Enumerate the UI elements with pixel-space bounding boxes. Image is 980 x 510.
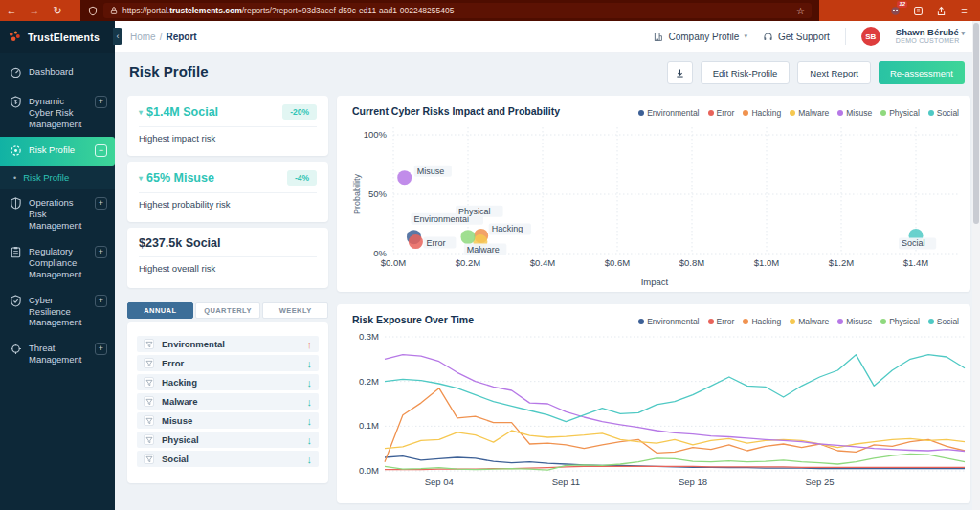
- sidebar-nav: DashboardDynamic Cyber Risk Management+R…: [0, 53, 115, 372]
- risk-row-misuse[interactable]: Misuse↓: [137, 412, 319, 429]
- breadcrumb-home-link[interactable]: Home: [130, 32, 156, 42]
- get-support-button[interactable]: Get Support: [763, 32, 830, 42]
- next-report-button[interactable]: Next Report: [797, 61, 871, 84]
- point-label-error: Error: [426, 238, 445, 248]
- svg-text:Sep 04: Sep 04: [425, 477, 454, 487]
- risk-row-environmental[interactable]: Environmental↑: [137, 336, 319, 352]
- trend-down-icon: ↓: [307, 454, 313, 465]
- expand-icon[interactable]: +: [95, 246, 107, 258]
- expand-icon[interactable]: +: [95, 343, 107, 355]
- filter-funnel-icon[interactable]: [144, 454, 154, 464]
- edit-risk-profile-button[interactable]: Edit Risk-Profile: [701, 61, 791, 84]
- brand-header: TrustElements ‹: [0, 21, 115, 53]
- sidebar-item-regulatory-compliance-management[interactable]: Regulatory Compliance Management+: [0, 238, 115, 287]
- filter-funnel-icon[interactable]: [144, 434, 154, 445]
- filter-funnel-icon[interactable]: [144, 396, 154, 407]
- filter-funnel-icon[interactable]: [144, 377, 154, 388]
- filter-funnel-icon[interactable]: [144, 358, 154, 368]
- app-header: Home / Report Company Profile ▾ Get Supp…: [115, 21, 980, 53]
- svg-text:0.1M: 0.1M: [359, 420, 379, 431]
- sidebar-item-risk-profile[interactable]: Risk Profile−: [0, 137, 115, 166]
- risk-category-label: Hacking: [162, 377, 300, 388]
- user-menu[interactable]: Shawn Bérubé ▾ DEMO CUSTOMER: [896, 28, 965, 46]
- risk-row-malware[interactable]: Malware↓: [137, 393, 319, 410]
- series-line-hacking[interactable]: [385, 388, 965, 462]
- user-role: DEMO CUSTOMER: [896, 37, 965, 45]
- point-label-malware: Malware: [467, 245, 500, 255]
- chevron-down-icon: ▾: [744, 33, 747, 40]
- share-icon[interactable]: [935, 5, 947, 17]
- risk-category-label: Physical: [162, 434, 300, 445]
- divider: [845, 28, 846, 45]
- page-scrollbar[interactable]: [972, 21, 980, 510]
- tab-weekly[interactable]: WEEKLY: [262, 302, 328, 319]
- stat-card-highest-overall-risk: $237.5k SocialHighest overall risk: [127, 228, 328, 288]
- building-icon: [653, 32, 663, 42]
- svg-text:Impact: Impact: [641, 277, 669, 287]
- expand-icon[interactable]: +: [95, 197, 107, 210]
- browser-toolbar: ← → ↻ https://portal.trustelements.com/r…: [0, 0, 980, 21]
- risk-row-physical[interactable]: Physical↓: [137, 432, 319, 448]
- point-label-social: Social: [902, 238, 925, 248]
- headset-icon: [763, 32, 773, 42]
- library-icon[interactable]: [912, 5, 924, 17]
- download-report-button[interactable]: [667, 61, 693, 84]
- series-line-misuse[interactable]: [385, 355, 965, 452]
- crosshair-icon: [10, 342, 22, 358]
- menu-icon[interactable]: ≡: [958, 5, 970, 17]
- sidebar-item-cyber-resilience-management[interactable]: Cyber Resilience Management+: [0, 287, 115, 336]
- sidebar-item-operations-risk-management[interactable]: Operations Risk Management+: [0, 189, 115, 238]
- company-profile-dropdown[interactable]: Company Profile ▾: [653, 32, 746, 42]
- screen: ← → ↻ https://portal.trustelements.com/r…: [0, 0, 980, 510]
- risk-row-hacking[interactable]: Hacking↓: [137, 374, 319, 390]
- sidebar-item-threat-management[interactable]: Threat Management+: [0, 335, 115, 372]
- series-line-social[interactable]: [385, 355, 965, 422]
- url-text: https://portal.trustelements.com/reports…: [122, 6, 454, 15]
- gauge-icon: [10, 65, 22, 81]
- scatter-point-misuse[interactable]: [397, 170, 412, 185]
- scrollbar-thumb[interactable]: [973, 23, 979, 224]
- stat-caption: Highest impact risk: [139, 127, 317, 144]
- breadcrumb: Home / Report: [130, 32, 197, 42]
- scatter-point-physical[interactable]: [461, 230, 476, 244]
- reload-icon[interactable]: ↻: [46, 5, 69, 17]
- expand-icon[interactable]: +: [95, 96, 107, 108]
- bookmark-star-icon[interactable]: ☆: [796, 6, 805, 16]
- header-actions: Company Profile ▾ Get Support SB Shawn B…: [653, 27, 965, 46]
- extension-icon[interactable]: 12: [889, 5, 902, 17]
- svg-text:$1.4M: $1.4M: [903, 257, 928, 268]
- sidebar-item-dashboard[interactable]: Dashboard: [0, 58, 115, 88]
- stat-card-highest-impact-risk: ▾$1.4M Social-20%Highest impact risk: [127, 96, 328, 156]
- sidebar-collapse-button[interactable]: ‹: [113, 28, 122, 45]
- back-icon[interactable]: ←: [0, 5, 23, 16]
- sidebar-item-label: Regulatory Compliance Management: [29, 245, 88, 280]
- url-bar-container: https://portal.trustelements.com/reports…: [80, 0, 819, 21]
- forward-icon[interactable]: →: [23, 5, 46, 16]
- risk-row-error[interactable]: Error↓: [137, 355, 319, 371]
- sidebar-item-dynamic-cyber-risk-management[interactable]: Dynamic Cyber Risk Management+: [0, 88, 115, 137]
- tab-annual[interactable]: ANNUAL: [127, 302, 193, 319]
- svg-text:Sep 11: Sep 11: [552, 477, 580, 487]
- svg-text:$1.0M: $1.0M: [754, 257, 779, 268]
- filter-funnel-icon[interactable]: [144, 415, 154, 426]
- caret-down-icon: ▾: [139, 108, 143, 117]
- expand-icon[interactable]: +: [95, 295, 107, 307]
- user-avatar[interactable]: SB: [861, 27, 880, 46]
- shield-dollar-icon: [10, 95, 22, 111]
- url-input[interactable]: https://portal.trustelements.com/reports…: [103, 3, 812, 18]
- tab-quarterly[interactable]: QUARTERLY: [195, 302, 261, 319]
- sidebar-subitem-risk-profile[interactable]: •Risk Profile: [0, 166, 115, 189]
- risk-category-label: Error: [162, 358, 300, 368]
- tracking-shield-icon[interactable]: [88, 6, 98, 16]
- chevron-down-icon: ▾: [961, 30, 965, 36]
- scatter-point-error[interactable]: [409, 234, 423, 249]
- risk-exposure-chart-card: Risk Exposure Over Time EnvironmentalErr…: [337, 304, 970, 503]
- stat-caption: Highest probability risk: [139, 193, 317, 210]
- svg-text:100%: 100%: [364, 129, 388, 140]
- stat-value: ▾$1.4M Social: [139, 105, 218, 119]
- reassessment-button[interactable]: Re-assessment: [879, 61, 965, 84]
- risk-row-social[interactable]: Social↓: [137, 451, 319, 467]
- filter-funnel-icon[interactable]: [144, 339, 154, 349]
- collapse-icon[interactable]: −: [95, 144, 107, 157]
- extension-badge: 12: [897, 1, 907, 8]
